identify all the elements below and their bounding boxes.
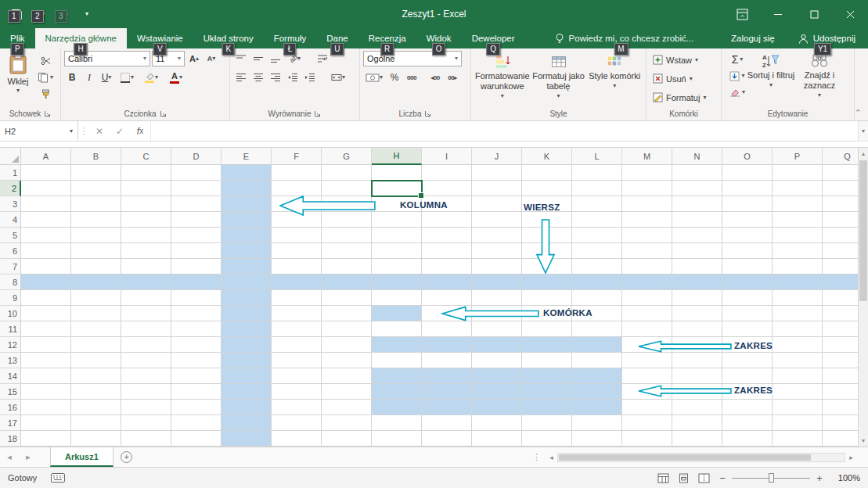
vertical-scrollbar[interactable]: ▴ ▾ [858,148,868,447]
align-middle-button[interactable] [250,51,266,66]
name-box[interactable]: H2 ▾ [0,121,78,141]
macro-record-button[interactable] [45,473,71,483]
kolumna-arrow-shape[interactable] [279,195,376,217]
tab-recenzja[interactable]: Recenzja R [358,28,416,48]
percent-style-button[interactable]: % [387,70,402,85]
scroll-down-button[interactable]: ▾ [859,435,868,447]
tab-widok[interactable]: Widok O [416,28,462,48]
increase-font-button[interactable]: A▴ [186,51,202,66]
align-top-button[interactable] [233,51,249,66]
page-break-preview-button[interactable] [694,469,713,486]
zoom-out-button[interactable]: − [715,469,730,486]
decrease-decimal-button[interactable]: 00▸ [445,70,460,85]
decrease-indent-button[interactable] [285,70,301,85]
formula-input[interactable] [150,121,858,141]
komorka-label[interactable]: KOMÓRKA [543,308,592,318]
align-left-button[interactable] [233,70,249,85]
number-format-combobox[interactable]: Ogólne▾ [363,51,462,66]
confirm-entry-button[interactable]: ✓ [110,121,130,141]
currency-format-button[interactable]: ▾ [363,70,385,85]
kolumna-label[interactable]: KOLUMNA [400,200,448,210]
dialog-launcher-icon[interactable] [314,110,321,117]
expand-formula-bar-button[interactable]: ▾ [858,121,868,141]
vertical-scroll-thumb[interactable] [859,160,867,301]
save-button[interactable]: 1 [5,3,28,25]
page-layout-view-button[interactable] [674,469,693,486]
ribbon-display-options-button[interactable] [724,0,760,28]
cell-styles-button[interactable]: Style komórki ▾ [586,51,643,89]
comma-style-button[interactable]: 000 [404,70,420,85]
insert-cells-button[interactable]: Wstaw ▾ [650,51,718,69]
align-right-button[interactable] [268,70,283,85]
format-cells-button[interactable]: Formatuj ▾ [650,88,718,106]
sheet-tab-arkusz1[interactable]: Arkusz1 [50,447,113,467]
dialog-launcher-icon[interactable] [424,110,431,117]
wiersz-arrow-shape[interactable] [535,217,556,274]
horizontal-scrollbar[interactable]: ◂ ▸ [546,447,868,467]
tab-splitter-handle[interactable]: ⋮ [528,447,546,467]
autosum-button[interactable]: Σ▾ [728,52,747,66]
zoom-slider-thumb[interactable] [769,473,774,483]
insert-function-button[interactable]: fx [130,121,150,141]
tell-me-box[interactable]: Powiedz mi, co chcesz zrobić... M [547,28,702,48]
horizontal-scroll-thumb[interactable] [559,454,811,461]
sort-filter-button[interactable]: AZ Sortuj i filtruj ▾ [747,51,795,88]
fill-button[interactable]: ▾ [728,69,747,83]
dialog-launcher-icon[interactable] [44,110,51,117]
sheet-nav-left-button[interactable]: ◂ [0,447,19,467]
tab-dane[interactable]: Dane U [316,28,358,48]
align-bottom-button[interactable] [268,51,283,66]
zoom-percentage[interactable]: 100% [829,473,860,483]
zakres-arrow-shape[interactable] [637,385,733,397]
cancel-entry-button[interactable]: ✕ [89,121,110,141]
dialog-launcher-icon[interactable] [160,110,167,117]
wiersz-label[interactable]: WIERSZ [524,203,560,212]
format-painter-button[interactable] [36,87,55,101]
tab-formuly[interactable]: Formuły Ł [264,28,317,48]
zoom-slider[interactable] [732,469,810,486]
paste-button[interactable]: Wklej ▾ [3,51,33,94]
clear-button[interactable]: ▾ [728,85,747,99]
undo-button[interactable]: ↶ 2 [28,3,52,25]
share-button[interactable]: Udostępnij Y1 [786,28,868,48]
conditional-formatting-button[interactable]: Formatowanie warunkowe ▾ [474,51,531,99]
komorka-arrow-shape[interactable] [441,306,540,321]
cut-button[interactable] [36,54,55,68]
qat-customize-button[interactable]: ▾ [75,3,99,25]
fill-color-button[interactable]: ▾ [139,70,163,85]
normal-view-button[interactable] [654,469,672,486]
tab-deweloper[interactable]: Deweloper Q [462,28,525,48]
scroll-right-button[interactable]: ▸ [845,454,857,461]
italic-button[interactable]: I [81,70,97,85]
sheet-nav-right-button[interactable]: ▸ [19,447,38,467]
find-select-button[interactable]: Znajdź i zaznacz ▾ [795,51,844,99]
tab-uklad-strony[interactable]: Układ strony K [193,28,264,48]
redo-button[interactable]: ↷ 3 [52,3,75,25]
increase-indent-button[interactable] [302,70,318,85]
new-sheet-button[interactable]: + [113,447,140,467]
decrease-font-button[interactable]: A▾ [203,51,219,66]
tab-narzedzia-glowne[interactable]: Narzędzia główne H [35,28,127,48]
align-center-button[interactable] [250,70,266,85]
sign-in-button[interactable]: Zaloguj się [720,28,786,48]
zakres-arrow-shape[interactable] [637,340,733,353]
bold-button[interactable]: B [64,70,80,85]
tab-wstawianie[interactable]: Wstawianie V [127,28,193,48]
zoom-in-button[interactable]: + [812,469,827,486]
maximize-button[interactable] [796,0,832,28]
wrap-text-button[interactable] [315,51,330,66]
increase-decimal-button[interactable]: ◂00 [427,70,443,85]
collapse-ribbon-button[interactable]: ⌃ [855,108,862,118]
minimize-button[interactable] [760,0,796,28]
format-as-table-button[interactable]: Formatuj jako tabelę ▾ [531,51,587,99]
merge-center-button[interactable]: ▾ [327,70,349,85]
delete-cells-button[interactable]: Usuń ▾ [650,70,718,88]
copy-button[interactable]: ▾ [36,70,55,84]
zakres-label[interactable]: ZAKRES [734,341,773,350]
scroll-up-button[interactable]: ▴ [859,148,868,160]
tab-plik[interactable]: Plik P [0,28,35,48]
borders-button[interactable]: ▾ [116,70,138,85]
scroll-left-button[interactable]: ◂ [546,454,557,461]
close-button[interactable] [832,0,868,28]
font-color-button[interactable]: A ▾ [164,70,188,85]
